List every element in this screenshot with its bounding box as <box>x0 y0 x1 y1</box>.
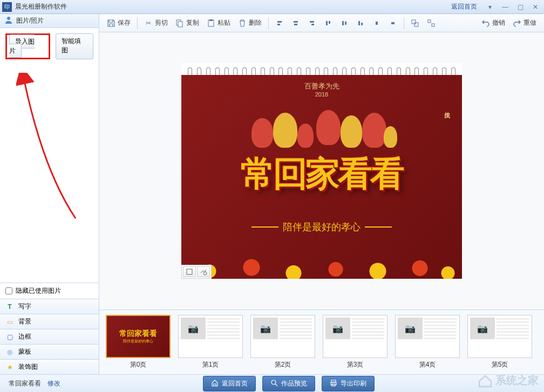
thumb-label: 第5页 <box>492 360 508 369</box>
home-icon <box>211 379 219 388</box>
sidebar-image-list <box>0 65 99 283</box>
group-button[interactable] <box>407 17 423 30</box>
hide-used-row: 隐藏已使用图片 <box>0 283 99 299</box>
app-icon: 印 <box>2 2 12 12</box>
preview-button[interactable]: 作品预览 <box>262 376 315 391</box>
accordion-background[interactable]: ▭ 背景 <box>0 314 99 329</box>
thumb-page-3[interactable]: 📷 第3页 <box>323 315 387 369</box>
back-home-link[interactable]: 返回首页 <box>451 2 477 11</box>
modify-link[interactable]: 修改 <box>47 379 60 388</box>
paste-button[interactable]: 粘贴 <box>203 16 234 30</box>
accordion-decoration[interactable]: ★ 装饰图 <box>0 359 99 374</box>
save-button[interactable]: 保存 <box>104 16 134 30</box>
photo-placeholder-icon: 📷 <box>470 318 495 339</box>
svg-rect-2 <box>178 22 182 27</box>
sidebar-photos-label: 图片/照片 <box>16 16 44 25</box>
calendar-main-title: 常回家看看 <box>241 150 403 197</box>
cut-button[interactable]: ✂ 剪切 <box>141 16 171 30</box>
group-icon <box>411 19 419 27</box>
flower-decoration <box>181 241 462 279</box>
smart-fill-button[interactable]: 智能填图 <box>56 33 93 59</box>
calendar-year: 2018 <box>181 91 462 98</box>
svg-rect-4 <box>209 19 213 21</box>
ungroup-button[interactable] <box>424 17 439 30</box>
bottombar: 常回家看看 修改 返回首页 作品预览 导出印刷 <box>0 374 544 392</box>
align-bottom-button[interactable] <box>353 17 368 30</box>
photo-placeholder-icon: 📷 <box>181 318 206 339</box>
redo-icon <box>513 19 521 27</box>
align-center-h-button[interactable] <box>288 17 303 30</box>
accordion-mask[interactable]: ◎ 蒙板 <box>0 344 99 359</box>
calendar-preview[interactable]: 百善孝为先 2018 戊戌年 常回家看看 <box>181 63 462 279</box>
svg-rect-8 <box>432 24 434 26</box>
svg-rect-9 <box>187 269 192 274</box>
svg-rect-6 <box>414 23 418 26</box>
undo-button[interactable]: 撤销 <box>478 16 508 30</box>
thumb-page-0[interactable]: 常回家看看 陪伴是最好的孝心 第0页 <box>106 315 171 369</box>
calendar-motto: 百善孝为先 <box>181 75 462 91</box>
photo-placeholder-icon: 📷 <box>253 318 278 339</box>
thumb-page-5[interactable]: 📷 第5页 <box>467 315 532 369</box>
align-left-button[interactable] <box>272 17 287 30</box>
print-icon <box>330 379 337 388</box>
maximize-button[interactable]: ▢ <box>514 2 527 12</box>
arrow-annotation <box>16 73 92 224</box>
svg-rect-7 <box>428 20 431 23</box>
minimize-button[interactable]: — <box>499 2 512 12</box>
background-icon: ▭ <box>5 318 14 326</box>
hide-used-checkbox[interactable] <box>5 287 12 294</box>
accordion-text[interactable]: T 写字 <box>0 299 99 314</box>
align-center-h-icon <box>291 19 300 27</box>
spiral-binding <box>181 63 462 75</box>
svg-point-0 <box>7 17 10 20</box>
paste-icon <box>207 19 215 27</box>
ungroup-icon <box>427 19 436 27</box>
star-icon: ★ <box>5 363 14 372</box>
hide-used-label: 隐藏已使用图片 <box>16 286 61 295</box>
align-left-icon <box>275 19 284 27</box>
svg-point-11 <box>271 380 276 384</box>
distribute-v-button[interactable] <box>385 17 400 30</box>
thumb-page-1[interactable]: 📷 第1页 <box>178 315 243 369</box>
delete-button[interactable]: 删除 <box>235 16 265 30</box>
export-print-button[interactable]: 导出印刷 <box>322 376 375 391</box>
border-icon: ▢ <box>5 333 14 341</box>
align-top-button[interactable] <box>321 17 336 30</box>
undo-icon <box>481 19 490 27</box>
canvas-controls <box>181 265 212 279</box>
align-bottom-icon <box>356 19 365 27</box>
canvas-page-button[interactable] <box>183 266 196 277</box>
redo-button[interactable]: 重做 <box>509 16 540 30</box>
accordion-text-label: 写字 <box>18 302 31 311</box>
close-button[interactable]: ✕ <box>529 2 542 12</box>
distribute-h-button[interactable] <box>369 17 384 30</box>
mask-icon: ◎ <box>5 348 14 356</box>
app-title: 晨光相册制作软件 <box>15 2 451 11</box>
sidebar-photos-header[interactable]: 图片/照片 <box>0 14 99 28</box>
back-home-button[interactable]: 返回首页 <box>203 376 256 391</box>
preview-icon <box>270 379 278 388</box>
accordion-border[interactable]: ▢ 边框 <box>0 329 99 344</box>
accordion-decoration-label: 装饰图 <box>18 362 38 372</box>
align-middle-button[interactable] <box>337 17 352 30</box>
thumb-page-2[interactable]: 📷 第2页 <box>250 315 315 369</box>
cut-icon: ✂ <box>144 19 153 27</box>
thumb-label: 第3页 <box>347 360 364 369</box>
calendar-cover-page: 百善孝为先 2018 戊戌年 常回家看看 <box>181 75 462 279</box>
align-top-icon <box>324 19 332 27</box>
thumb-label: 第4页 <box>419 360 436 369</box>
sidebar: 图片/照片 导入图片 智能填图 隐藏已使用图片 T 写字 ▭ 背景 ▢ <box>0 14 99 374</box>
page-thumbnails: 常回家看看 陪伴是最好的孝心 第0页 📷 第1页 📷 第2页 📷 第3页 📷 第… <box>99 310 544 374</box>
thumb-page-4[interactable]: 📷 第4页 <box>395 315 460 369</box>
copy-button[interactable]: 复制 <box>172 16 202 30</box>
save-icon <box>107 19 115 27</box>
photo-placeholder-icon: 📷 <box>325 318 350 339</box>
align-right-button[interactable] <box>304 17 319 30</box>
dropdown-button[interactable]: ▾ <box>484 2 497 12</box>
accordion-background-label: 背景 <box>18 317 31 326</box>
canvas-area[interactable]: 百善孝为先 2018 戊戌年 常回家看看 <box>99 32 544 310</box>
accordion-mask-label: 蒙板 <box>18 347 31 356</box>
import-images-button[interactable]: 导入图片 <box>9 35 35 58</box>
copy-icon <box>175 19 184 27</box>
canvas-zoom-button[interactable] <box>197 266 210 277</box>
